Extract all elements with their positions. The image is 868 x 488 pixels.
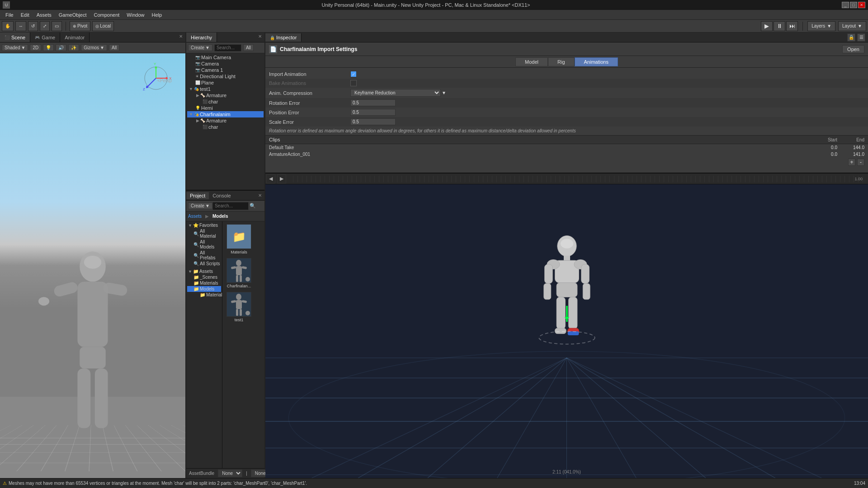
rotation-error-input[interactable] <box>350 99 396 106</box>
position-error-input[interactable] <box>350 109 396 116</box>
assetbundle-select[interactable]: None <box>218 469 242 477</box>
layout-dropdown[interactable]: Layout ▼ <box>838 21 866 31</box>
anim-viewport-bg: 2:11 (041.0%) <box>265 184 868 478</box>
layers-dropdown[interactable]: Layers ▼ <box>807 21 835 31</box>
play-btn[interactable]: ▶ <box>761 21 773 31</box>
tab-inspector[interactable]: 🔒 Inspector <box>265 33 302 42</box>
close-btn[interactable]: ✕ <box>858 2 865 8</box>
menu-edit[interactable]: Edit <box>17 11 33 19</box>
hier-camera[interactable]: 📷 Camera <box>187 61 264 67</box>
folder-models[interactable]: 📁 Models <box>187 286 221 292</box>
folder-materials2[interactable]: 📁 Materials <box>187 292 221 298</box>
scene-character <box>36 234 149 451</box>
anim-compression-select[interactable]: Keyframe Reduction <box>350 89 441 97</box>
menu-window[interactable]: Window <box>123 11 148 19</box>
menu-component[interactable]: Component <box>90 11 123 19</box>
2d-btn[interactable]: 2D <box>30 44 41 51</box>
hier-char1[interactable]: ⬛ char <box>187 99 264 105</box>
tool-rotate[interactable]: ↺ <box>28 21 38 31</box>
inspector-menu-icon[interactable]: ☰ <box>857 33 865 42</box>
nav-models[interactable]: Models <box>212 214 228 219</box>
fav-all-models[interactable]: 🔍 All Models <box>187 239 221 250</box>
hier-char2[interactable]: ⬛ char <box>187 124 264 130</box>
menu-gameobject[interactable]: GameObject <box>55 11 90 19</box>
hierarchy-close[interactable]: ✕ <box>255 33 264 42</box>
fav-all-scripts[interactable]: 🔍 All Scripts <box>187 261 221 267</box>
bake-anim-checkbox[interactable] <box>350 80 357 86</box>
project-close[interactable]: ✕ <box>255 192 264 199</box>
step-btn[interactable]: ⏭ <box>786 21 798 31</box>
audio-btn[interactable]: 🔊 <box>56 44 66 51</box>
svg-rect-59 <box>557 297 565 329</box>
tab-console[interactable]: Console <box>209 192 234 199</box>
project-search[interactable] <box>212 202 249 210</box>
favorites-header[interactable]: ▼ ⭐ Favorites <box>187 222 221 228</box>
file-test1[interactable]: test1 <box>224 291 254 323</box>
inspector-tabs: 🔒 Inspector 🔒 ☰ <box>265 33 868 42</box>
maximize-btn[interactable]: □ <box>850 2 857 8</box>
folder-scenes[interactable]: 📁 _Scenes <box>187 274 221 280</box>
menubar: File Edit Assets GameObject Component Wi… <box>0 10 868 20</box>
model-tab-model[interactable]: Model <box>515 57 548 66</box>
hier-camera1[interactable]: 📷 Camera 1 <box>187 67 264 73</box>
clip-armature-action[interactable]: ArmatureAction_001 0.0 141.0 <box>265 151 868 158</box>
folder-materials[interactable]: 📁 Materials <box>187 280 221 286</box>
hier-armature2[interactable]: ▶ 🦴 Armature <box>187 117 264 124</box>
model-tab-animations[interactable]: Animations <box>575 57 618 66</box>
hier-armature1[interactable]: ▶ 🦴 Armature <box>187 92 264 99</box>
timeline-nav-right[interactable]: ▶ <box>277 174 286 183</box>
fav-all-material[interactable]: 🔍 All Material <box>187 228 221 239</box>
panel-close[interactable]: ✕ <box>176 33 185 42</box>
inspector-lock-icon[interactable]: 🔒 <box>847 33 855 42</box>
clip-default-take[interactable]: Default Take 0.0 144.0 <box>265 144 868 151</box>
scale-error-input[interactable] <box>350 118 396 125</box>
tool-rect[interactable]: ▭ <box>52 21 62 31</box>
shading-dropdown[interactable]: Shaded ▼ <box>2 44 28 51</box>
import-anim-checkbox[interactable]: ✓ <box>350 71 357 77</box>
effects-btn[interactable]: ✨ <box>68 44 79 51</box>
tab-game[interactable]: 🎮 Game <box>30 33 60 42</box>
hier-charfinalanim[interactable]: ▼ 🎭 Charfinalanim <box>187 111 264 117</box>
hier-test1[interactable]: ▼ 🎭 test1 <box>187 86 264 92</box>
pivot-btn[interactable]: ⊕ Pivot <box>70 21 90 31</box>
timeline-nav-left[interactable]: ◀ <box>266 174 275 183</box>
hier-main-camera[interactable]: 📷 Main Camera <box>187 54 264 61</box>
project-create[interactable]: Create ▼ <box>188 202 212 209</box>
menu-assets[interactable]: Assets <box>33 11 55 19</box>
model-tab-rig[interactable]: Rig <box>548 57 575 66</box>
nav-assets[interactable]: Assets <box>188 214 202 219</box>
gizmos-all[interactable]: All <box>109 44 119 51</box>
minimize-btn[interactable]: _ <box>842 2 849 8</box>
local-btn[interactable]: ◎ Local <box>92 21 114 31</box>
add-clip-btn[interactable]: + <box>848 159 855 166</box>
tool-scale[interactable]: ⤢ <box>40 21 50 31</box>
menu-file[interactable]: File <box>2 11 17 19</box>
menu-help[interactable]: Help <box>148 11 165 19</box>
tab-project[interactable]: Project <box>186 192 209 199</box>
hier-directional-light[interactable]: ☀ Directional Light <box>187 73 264 80</box>
pause-btn[interactable]: ⏸ <box>774 21 785 31</box>
hier-hemi[interactable]: 💡 Hemi <box>187 105 264 111</box>
remove-clip-btn[interactable]: - <box>857 159 864 166</box>
hierarchy-create[interactable]: Create ▼ <box>188 44 212 51</box>
assets-header[interactable]: ▼ 📁 Assets <box>187 268 221 274</box>
hierarchy-all[interactable]: All <box>243 44 254 51</box>
open-button[interactable]: Open <box>842 45 864 53</box>
gizmos-dropdown[interactable]: Gizmos ▼ <box>81 44 107 51</box>
tool-hand[interactable]: ✋ <box>2 21 14 31</box>
scene-viewport[interactable]: X Y Z <Persp <box>0 53 185 478</box>
file-charfinalanim[interactable]: Charfinalan... <box>224 257 254 289</box>
statusbar: ⚠ Meshes may not have more than 65534 ve… <box>0 478 868 488</box>
animation-preview[interactable]: ▶ <box>265 184 868 478</box>
row-import-animation: Import Animation ✓ <box>265 70 868 79</box>
timeline-progress[interactable]: 1.00 <box>289 176 866 182</box>
tool-move[interactable]: ↔ <box>15 21 26 31</box>
tab-hierarchy[interactable]: Hierarchy <box>186 33 217 42</box>
tab-animator[interactable]: Animator <box>60 33 90 42</box>
hier-plane[interactable]: ⬜ Plane <box>187 80 264 86</box>
file-materials[interactable]: 📁 Materials <box>224 223 254 255</box>
hierarchy-search[interactable] <box>214 44 241 52</box>
lighting-btn[interactable]: 💡 <box>43 44 54 51</box>
fav-all-prefabs[interactable]: 🔍 All Prefabs <box>187 250 221 261</box>
tab-scene[interactable]: ⬛ Scene <box>0 33 30 42</box>
